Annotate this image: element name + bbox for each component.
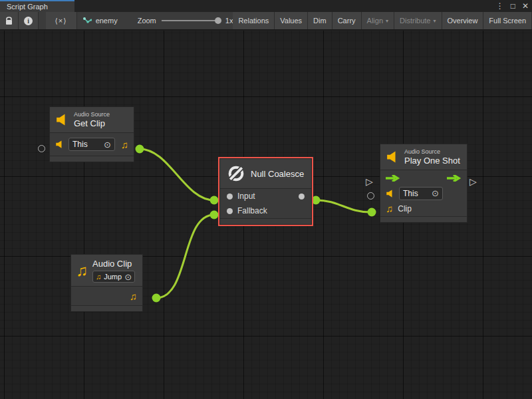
node-header: ♫ Audio Clip ♫ Jump ⊙ bbox=[71, 255, 142, 287]
flow-in-arrow-icon[interactable] bbox=[386, 175, 400, 182]
node-subtitle: Audio Source bbox=[404, 148, 460, 155]
node-footer bbox=[50, 156, 134, 162]
code-view-icon: ⟨×⟩ bbox=[55, 17, 67, 25]
dim-button[interactable]: Dim bbox=[308, 12, 332, 29]
null-coalesce-icon bbox=[227, 164, 245, 183]
node-header: Null Coalesce bbox=[220, 159, 311, 189]
node-audio-clip[interactable]: ♫ Audio Clip ♫ Jump ⊙ ♫ bbox=[70, 254, 143, 312]
node-get-clip[interactable]: Audio Source Get Clip This ⊙ ♫ bbox=[49, 106, 134, 162]
music-note-icon: ♫ bbox=[130, 291, 137, 301]
fallback-port-icon[interactable] bbox=[227, 208, 233, 214]
graph-name-label: enemy bbox=[96, 17, 118, 25]
node-footer bbox=[71, 305, 142, 311]
values-button[interactable]: Values bbox=[275, 12, 308, 29]
toolbar-gap bbox=[39, 12, 45, 29]
unity-script-graph-window: Script Graph ⋮ □ ✕ i ⟨×⟩ enemy Zoom bbox=[0, 0, 532, 399]
node-play-one-shot[interactable]: Audio Source Play One Shot This ⊙ ♫ Clip bbox=[380, 144, 467, 223]
graph-breadcrumb[interactable]: enemy bbox=[77, 12, 123, 29]
object-picker-icon[interactable]: ⊙ bbox=[124, 272, 132, 282]
fallback-label: Fallback bbox=[237, 206, 267, 215]
music-note-icon: ♫ bbox=[121, 140, 128, 150]
flow-out-arrow-icon[interactable] bbox=[447, 175, 462, 182]
menu-icon[interactable]: ⋮ bbox=[496, 1, 504, 11]
target-object-field[interactable]: This ⊙ bbox=[399, 187, 443, 200]
zoom-slider[interactable] bbox=[162, 20, 220, 21]
music-note-icon: ♫ bbox=[96, 273, 101, 281]
port-null-output[interactable] bbox=[312, 196, 321, 205]
full-screen-button[interactable]: Full Screen bbox=[483, 12, 532, 29]
window-controls: ⋮ □ ✕ bbox=[496, 0, 529, 12]
lock-button[interactable] bbox=[0, 12, 19, 29]
align-button[interactable]: Align▾ bbox=[362, 12, 394, 29]
audio-source-icon bbox=[55, 114, 68, 126]
close-icon[interactable]: ✕ bbox=[522, 1, 529, 11]
tab-script-graph[interactable]: Script Graph bbox=[0, 0, 74, 12]
chevron-down-icon: ▾ bbox=[434, 18, 436, 24]
port-null-input[interactable] bbox=[210, 196, 219, 205]
node-footer bbox=[380, 216, 467, 222]
node-title: Null Coalesce bbox=[251, 169, 304, 179]
code-view-button[interactable]: ⟨×⟩ bbox=[46, 12, 77, 29]
node-footer bbox=[220, 218, 311, 224]
graph-toolbar: i ⟨×⟩ enemy Zoom 1x Relations Values Dim… bbox=[0, 12, 532, 30]
graph-canvas[interactable]: Audio Source Get Clip This ⊙ ♫ bbox=[0, 31, 532, 399]
zoom-control: Zoom 1x bbox=[138, 12, 233, 29]
input-row: Input bbox=[220, 189, 311, 203]
zoom-label: Zoom bbox=[138, 17, 156, 25]
target-row: This ⊙ bbox=[380, 186, 467, 201]
audio-source-icon bbox=[386, 151, 399, 163]
output-row: ♫ bbox=[71, 287, 142, 305]
input-port-icon[interactable] bbox=[227, 194, 233, 200]
play-flow-out-port[interactable]: ▷ bbox=[469, 177, 477, 186]
port-null-fallback[interactable] bbox=[210, 211, 219, 219]
fallback-row: Fallback bbox=[220, 203, 311, 218]
zoom-value: 1x bbox=[225, 17, 233, 25]
audio-source-icon bbox=[55, 140, 64, 148]
distribute-button[interactable]: Distribute▾ bbox=[394, 12, 442, 29]
graph-icon bbox=[82, 17, 92, 25]
node-title: Audio Clip bbox=[92, 259, 135, 269]
input-label: Input bbox=[237, 192, 255, 201]
node-header: Audio Source Get Clip bbox=[50, 107, 134, 133]
info-icon: i bbox=[24, 17, 33, 25]
play-flow-in-port[interactable]: ▷ bbox=[366, 177, 373, 186]
target-object-field[interactable]: This ⊙ bbox=[68, 138, 115, 151]
audio-source-icon bbox=[386, 190, 394, 198]
chevron-down-icon: ▾ bbox=[386, 18, 388, 24]
wire-getclip-to-input[interactable] bbox=[140, 149, 214, 200]
play-target-port[interactable] bbox=[367, 192, 374, 200]
wire-output-to-clip[interactable] bbox=[316, 200, 370, 212]
port-play-clip[interactable] bbox=[368, 208, 376, 217]
relations-button[interactable]: Relations bbox=[233, 12, 275, 29]
target-row: This ⊙ ♫ bbox=[50, 133, 134, 156]
port-getclip-output[interactable] bbox=[136, 145, 144, 154]
audio-clip-field[interactable]: ♫ Jump ⊙ bbox=[92, 271, 135, 283]
get-clip-target-port[interactable] bbox=[38, 145, 45, 152]
node-title: Play One Shot bbox=[404, 156, 460, 166]
clip-row: ♫ Clip bbox=[380, 201, 467, 216]
tab-bar: Script Graph ⋮ □ ✕ bbox=[0, 0, 532, 12]
audio-clip-icon: ♫ bbox=[76, 263, 88, 279]
target-picker-icon[interactable]: ⊙ bbox=[432, 188, 439, 198]
flow-row bbox=[380, 170, 467, 186]
music-note-icon: ♫ bbox=[386, 203, 393, 213]
zoom-slider-handle[interactable] bbox=[215, 17, 221, 24]
output-port-icon[interactable] bbox=[299, 194, 305, 200]
wire-audioclip-to-fallback[interactable] bbox=[156, 215, 214, 298]
clip-label: Clip bbox=[398, 204, 412, 213]
port-audioclip-output[interactable] bbox=[152, 294, 161, 303]
inspect-button[interactable]: i bbox=[19, 12, 39, 29]
tab-label: Script Graph bbox=[7, 3, 48, 11]
node-title: Get Clip bbox=[74, 118, 110, 128]
toolbar-buttons: Relations Values Dim Carry Align▾ Distri… bbox=[233, 12, 532, 29]
node-header: Audio Source Play One Shot bbox=[380, 144, 467, 170]
overview-button[interactable]: Overview bbox=[442, 12, 484, 29]
carry-button[interactable]: Carry bbox=[332, 12, 362, 29]
maximize-icon[interactable]: □ bbox=[511, 1, 515, 11]
target-picker-icon[interactable]: ⊙ bbox=[104, 140, 111, 150]
node-subtitle: Audio Source bbox=[74, 111, 110, 118]
node-null-coalesce[interactable]: Null Coalesce Input Fallback bbox=[219, 158, 312, 225]
lock-icon bbox=[5, 17, 13, 25]
